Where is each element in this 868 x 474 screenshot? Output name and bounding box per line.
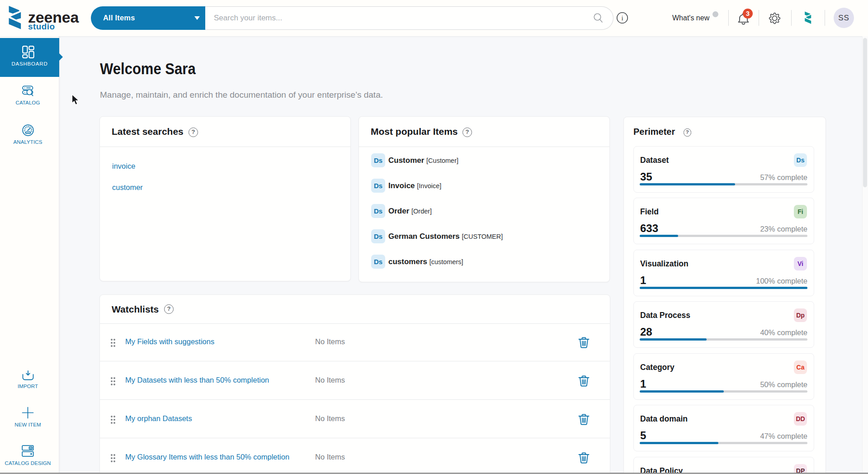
svg-text:i: i [621,14,623,22]
